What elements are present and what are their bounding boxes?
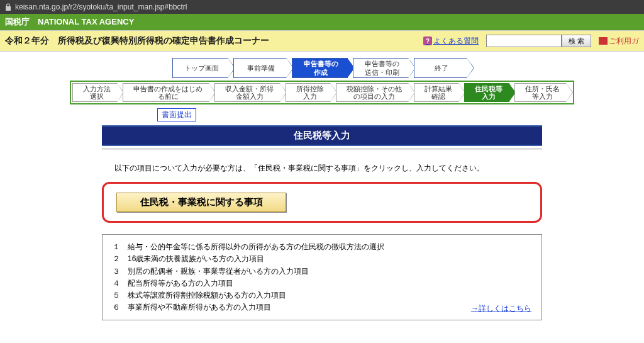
- breadcrumb-main-step[interactable]: 終了: [414, 58, 467, 78]
- breadcrumb-sub-step[interactable]: 収入金額・所得 金額入力: [214, 83, 280, 102]
- breadcrumb-main-step[interactable]: 申告書等の 作成: [292, 58, 348, 78]
- info-list-item: ６ 事業所得や不動産所得がある方の入力項目: [113, 301, 531, 313]
- info-list-item: ２ 16歳未満の扶養親族がいる方の入力項目: [113, 253, 531, 265]
- section-title: 住民税等入力: [102, 125, 542, 146]
- breadcrumb-sub-step[interactable]: 住所・氏名 等入力: [514, 83, 567, 102]
- instruction-text: 以下の項目について入力が必要な方は、「住民税・事業税に関する事項」をクリックし、…: [102, 162, 542, 182]
- breadcrumb-main-step[interactable]: トップ画面: [172, 58, 228, 78]
- url-bar: keisan.nta.go.jp/r2/syotoku/ta_input_man…: [0, 0, 644, 14]
- info-box: １ 給与・公的年金等に係る所得以外の所得がある方の住民税の徴収方法の選択２ 16…: [102, 234, 542, 320]
- breadcrumb-sub-step[interactable]: 税額控除・その他 の項目の入力: [336, 83, 409, 102]
- info-list-item: ３ 別居の配偶者・親族・事業専従者がいる方の入力項目: [113, 266, 531, 278]
- guide-link[interactable]: ご利用ガ: [599, 36, 639, 47]
- breadcrumb-sub-step[interactable]: 申告書の作成をはじめ る前に: [123, 83, 209, 102]
- breadcrumb-sub-step[interactable]: 所得控除 入力: [286, 83, 331, 102]
- search-box: 検 索: [486, 35, 591, 47]
- search-input[interactable]: [486, 35, 562, 47]
- breadcrumb-main-step[interactable]: 事前準備: [233, 58, 287, 78]
- breadcrumb-main-step[interactable]: 申告書等の 送信・印刷: [353, 58, 409, 78]
- detail-link[interactable]: →詳しくはこちら: [471, 303, 531, 315]
- resident-business-tax-button[interactable]: 住民税・事業税に関する事項: [116, 193, 286, 212]
- page-header: 令和２年分 所得税及び復興特別所得税の確定申告書作成コーナー ? よくある質問 …: [0, 30, 644, 52]
- url-text: keisan.nta.go.jp/r2/syotoku/ta_input_man…: [15, 3, 187, 11]
- question-icon: ?: [423, 37, 432, 45]
- info-list-item: ４ 配当所得等がある方の入力項目: [113, 278, 531, 290]
- breadcrumb-main: トップ画面事前準備申告書等の 作成申告書等の 送信・印刷終了: [0, 52, 644, 79]
- breadcrumb-sub-step[interactable]: 住民税等 入力: [464, 83, 509, 102]
- book-icon: [599, 37, 608, 45]
- agency-header: 国税庁 NATIONAL TAX AGENCY: [0, 14, 644, 30]
- breadcrumb-sub-step[interactable]: 入力方法 選択: [72, 83, 118, 102]
- info-list-item: １ 給与・公的年金等に係る所得以外の所得がある方の住民税の徴収方法の選択: [113, 241, 531, 253]
- breadcrumb-sub: 入力方法 選択申告書の作成をはじめ る前に収入金額・所得 金額入力所得控除 入力…: [70, 81, 574, 104]
- search-button[interactable]: 検 索: [562, 35, 591, 47]
- breadcrumb-sub-step[interactable]: 計算結果 確認: [414, 83, 459, 102]
- lock-icon: [5, 3, 11, 11]
- page-title: 令和２年分 所得税及び復興特別所得税の確定申告書作成コーナー: [5, 35, 269, 47]
- faq-link[interactable]: ? よくある質問: [423, 36, 479, 47]
- paper-submit-link[interactable]: 書面提出: [157, 108, 196, 121]
- highlighted-frame: 住民税・事業税に関する事項: [102, 182, 542, 223]
- info-list-item: ５ 株式等譲渡所得割控除税額がある方の入力項目: [113, 290, 531, 301]
